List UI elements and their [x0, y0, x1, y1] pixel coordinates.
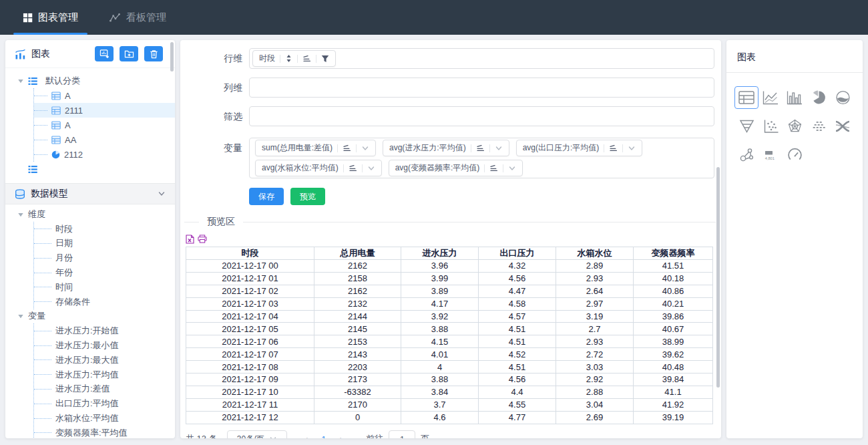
scatter-chart-icon[interactable]	[758, 115, 783, 138]
model-tree-item[interactable]: 存储条件	[34, 295, 175, 309]
agg-icon[interactable]	[609, 144, 618, 152]
tab-chart-management[interactable]: 图表管理	[12, 0, 89, 35]
mid-scrollbar-thumb[interactable]	[716, 167, 720, 388]
field-chip[interactable]: 时段	[252, 50, 336, 67]
chevron-down-icon[interactable]	[495, 144, 503, 152]
table-cell: 3.92	[401, 310, 479, 323]
model-tree-item[interactable]: 水箱水位:平均值	[34, 411, 175, 426]
section-title: 数据模型	[31, 188, 68, 200]
tree-group-default-category[interactable]: 默认分类	[17, 73, 175, 88]
new-chart-button[interactable]	[95, 46, 114, 61]
chart-tree-item[interactable]: 2112	[34, 147, 175, 162]
preview-section-title: 预览区	[207, 216, 235, 228]
bar-chart-icon[interactable]	[783, 86, 807, 109]
field-chip[interactable]: avg(变频器频率:平均值)	[389, 160, 523, 176]
model-tree-item[interactable]: 变频器频率:平均值	[34, 426, 175, 438]
model-tree-item[interactable]: 进水压力:差值	[34, 382, 175, 397]
next-page-button[interactable]: ›	[332, 434, 352, 438]
table-icon	[51, 136, 61, 144]
goto-page-input[interactable]: 1	[389, 430, 415, 438]
chart-icon	[15, 49, 26, 59]
filter-input[interactable]	[249, 106, 714, 126]
tree-connector	[34, 389, 51, 390]
tab-dashboard-management[interactable]: 看板管理	[98, 0, 177, 35]
table-chart-icon[interactable]	[734, 86, 758, 109]
tree-connector	[34, 110, 47, 111]
prev-page-button[interactable]: ‹	[296, 434, 316, 438]
table-cell: 38.99	[634, 335, 713, 348]
model-tree-item[interactable]: 进水压力:平均值	[34, 367, 175, 382]
radar-chart-icon[interactable]	[783, 115, 807, 138]
chart-tree-item[interactable]: A	[34, 88, 175, 103]
number-card-icon[interactable]: 4,801	[758, 144, 783, 166]
pictorial-chart-icon[interactable]	[807, 115, 831, 138]
agg-icon[interactable]	[476, 144, 485, 152]
field-chip[interactable]: avg(进水压力:平均值)	[383, 140, 509, 156]
chart-tree-item[interactable]: A	[34, 118, 175, 132]
save-button[interactable]: 保存	[249, 188, 284, 205]
table-cell: 2021-12-17 08	[186, 361, 314, 374]
sankey-chart-icon[interactable]	[831, 115, 855, 138]
line-chart-icon[interactable]	[758, 86, 783, 109]
agg-icon[interactable]	[302, 55, 311, 63]
col-dimension-input[interactable]	[249, 78, 714, 98]
model-tree-item[interactable]: 时间	[34, 280, 175, 295]
row-dimension-input[interactable]: 时段	[249, 48, 714, 69]
field-chip[interactable]: sum(总用电量:差值)	[255, 140, 376, 156]
model-tree-item[interactable]: 年份	[34, 265, 175, 280]
table-cell: 3.88	[401, 323, 479, 335]
measure-input[interactable]: sum(总用电量:差值) avg(进水压力:平均值) avg(出口压力:平均值)…	[249, 138, 714, 178]
gauge-chart-icon[interactable]	[783, 144, 807, 166]
field-label: 筛选	[217, 106, 242, 126]
field-chip[interactable]: avg(水箱水位:平均值)	[255, 160, 382, 176]
chevron-down-icon[interactable]	[367, 164, 375, 172]
relation-chart-icon[interactable]	[734, 144, 758, 166]
column-header: 总用电量	[314, 247, 401, 260]
chevron-down-icon[interactable]	[508, 164, 516, 172]
agg-icon[interactable]	[349, 164, 357, 172]
excel-export-icon[interactable]	[186, 235, 194, 244]
preview-button[interactable]: 预览	[290, 188, 325, 205]
model-tree-item[interactable]: 月份	[34, 251, 175, 265]
table-row: 2021-12-17 1121703.74.553.0441.92	[186, 398, 713, 411]
chevron-down-icon[interactable]	[361, 144, 369, 152]
chevron-down-icon[interactable]	[628, 144, 636, 152]
model-tree-item[interactable]: 进水压力:开始值	[34, 323, 175, 338]
sort-icon[interactable]	[285, 54, 292, 63]
field-label: 行维	[217, 48, 242, 68]
model-tree-item[interactable]: 日期	[34, 237, 175, 251]
chip-label: avg(进水压力:平均值)	[389, 142, 466, 154]
tree-group-dimensions[interactable]: 维度	[17, 207, 175, 222]
agg-icon[interactable]	[489, 164, 498, 172]
tree-category-stub[interactable]	[28, 162, 175, 176]
left-scrollbar-thumb[interactable]	[170, 42, 174, 71]
current-page-number[interactable]: 1	[316, 434, 331, 438]
data-model-section[interactable]: 数据模型	[5, 183, 175, 204]
pie-chart-icon[interactable]	[807, 86, 831, 109]
tab-label: 图表管理	[38, 11, 78, 24]
table-cell: 2021-12-17 05	[186, 323, 314, 335]
tree-connector	[34, 243, 51, 244]
new-folder-button[interactable]	[120, 46, 138, 61]
field-chip[interactable]: avg(出口压力:平均值)	[516, 140, 643, 156]
total-count-label: 共 13 条	[186, 433, 218, 438]
model-tree-item[interactable]: 时段	[34, 222, 175, 237]
chart-tree-item[interactable]: AA	[34, 132, 175, 147]
table-cell: 2021-12-17 03	[186, 297, 314, 310]
agg-icon[interactable]	[343, 144, 351, 152]
column-header: 水箱水位	[556, 247, 634, 260]
model-tree-item[interactable]: 进水压力:最小值	[34, 338, 175, 353]
model-tree-item[interactable]: 出口压力:平均值	[34, 396, 175, 411]
liquid-chart-icon[interactable]	[831, 86, 855, 109]
category-list-icon	[28, 165, 37, 174]
model-tree-item[interactable]: 进水压力:最大值	[34, 353, 175, 367]
delete-button[interactable]	[144, 46, 163, 61]
funnel-chart-icon[interactable]	[734, 115, 758, 138]
tree-group-variables[interactable]: 变量	[17, 309, 175, 324]
tree-connector	[34, 140, 47, 140]
table-row: 2021-12-17 0021623.964.322.8941.51	[186, 260, 713, 273]
page-size-select[interactable]: 30条/页	[227, 430, 287, 438]
filter-icon[interactable]	[321, 55, 329, 63]
chart-tree-item[interactable]: 2111	[34, 103, 175, 118]
print-icon[interactable]	[198, 235, 207, 244]
